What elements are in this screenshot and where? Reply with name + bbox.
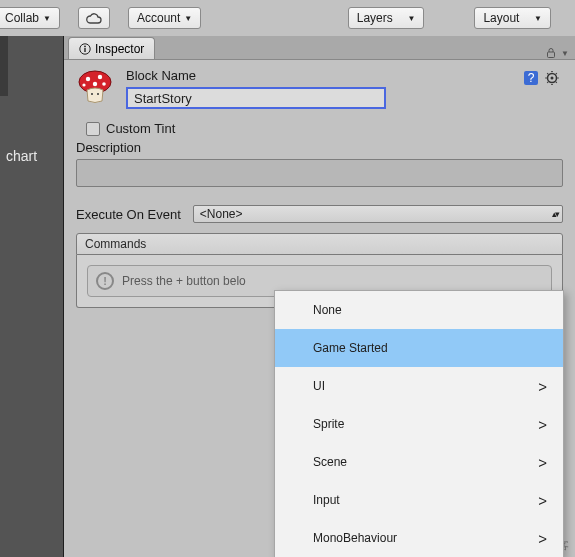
caret-down-icon: ▼ <box>43 14 51 23</box>
dropdown-item-none[interactable]: None <box>275 291 563 329</box>
execute-label: Execute On Event <box>76 207 181 222</box>
tab-menu-icon[interactable]: ▼ <box>561 49 569 58</box>
inspector-body: Block Name ? Custom Tint Description Exe… <box>64 60 575 316</box>
svg-point-6 <box>98 75 102 79</box>
inspector-tab-row: Inspector ▼ <box>64 36 575 60</box>
inspector-tab-label: Inspector <box>95 42 144 56</box>
description-label: Description <box>76 140 563 155</box>
commands-hint: Press the + button belo <box>122 274 246 288</box>
inspector-tab-right: ▼ <box>545 47 575 59</box>
cloud-button[interactable] <box>78 7 110 29</box>
account-button[interactable]: Account▼ <box>128 7 201 29</box>
execute-dropdown-menu: NoneGame StartedUI>Sprite>Scene>Input>Mo… <box>274 290 564 557</box>
dropdown-item-label: UI <box>313 379 325 393</box>
dropdown-item-monobehaviour[interactable]: MonoBehaviour> <box>275 519 563 557</box>
dropdown-item-label: Input <box>313 493 340 507</box>
chevron-right-icon: > <box>538 530 547 547</box>
dropdown-item-scene[interactable]: Scene> <box>275 443 563 481</box>
svg-point-8 <box>102 82 106 86</box>
info-icon <box>79 43 91 55</box>
cloud-icon <box>85 12 103 24</box>
lock-icon[interactable] <box>545 47 557 59</box>
sidebar-rail[interactable] <box>0 36 8 96</box>
dropdown-item-game-started[interactable]: Game Started <box>275 329 563 367</box>
chevron-right-icon: > <box>538 378 547 395</box>
block-name-field: Block Name <box>126 68 386 109</box>
dropdown-item-label: MonoBehaviour <box>313 531 397 545</box>
sidebar: chart <box>0 36 64 557</box>
mushroom-icon <box>76 68 114 106</box>
svg-point-10 <box>91 93 93 95</box>
dropdown-item-label: Scene <box>313 455 347 469</box>
dropdown-item-label: Sprite <box>313 417 344 431</box>
caret-down-icon: ▼ <box>184 14 192 23</box>
dropdown-item-label: Game Started <box>313 341 388 355</box>
svg-point-15 <box>551 77 554 80</box>
layers-button[interactable]: Layers ▼ <box>348 7 425 29</box>
collab-label: Collab <box>5 11 39 25</box>
block-header: Block Name ? <box>76 68 563 109</box>
caret-down-icon: ▼ <box>407 14 415 23</box>
svg-point-9 <box>82 83 85 86</box>
layout-label: Layout <box>483 11 519 25</box>
execute-dropdown-value: <None> <box>200 207 243 221</box>
exclaim-icon: ! <box>96 272 114 290</box>
svg-rect-2 <box>84 48 85 52</box>
custom-tint-checkbox[interactable] <box>86 122 100 136</box>
svg-point-5 <box>86 77 90 81</box>
chevron-right-icon: > <box>538 416 547 433</box>
dropdown-item-input[interactable]: Input> <box>275 481 563 519</box>
help-icon[interactable]: ? <box>523 70 539 86</box>
description-input[interactable] <box>76 159 563 187</box>
caret-down-icon: ▼ <box>534 14 542 23</box>
svg-text:?: ? <box>528 71 535 85</box>
layers-label: Layers <box>357 11 393 25</box>
execute-dropdown[interactable]: <None> ▴▾ <box>193 205 563 223</box>
sidebar-panel-label: chart <box>0 144 63 168</box>
svg-rect-3 <box>548 52 555 58</box>
execute-on-event-row: Execute On Event <None> ▴▾ <box>76 205 563 223</box>
custom-tint-label: Custom Tint <box>106 121 175 136</box>
collab-button[interactable]: Collab▼ <box>0 7 60 29</box>
top-toolbar: Collab▼ Account▼ Layers ▼ Layout ▼ <box>0 0 575 36</box>
commands-header: Commands <box>76 233 563 255</box>
block-name-label: Block Name <box>126 68 386 83</box>
svg-point-11 <box>97 93 99 95</box>
gear-icon[interactable] <box>545 70 561 86</box>
custom-tint-row: Custom Tint <box>86 121 563 136</box>
dropdown-item-ui[interactable]: UI> <box>275 367 563 405</box>
chevron-right-icon: > <box>538 492 547 509</box>
layout-button[interactable]: Layout ▼ <box>474 7 551 29</box>
svg-point-7 <box>93 82 97 86</box>
chevron-right-icon: > <box>538 454 547 471</box>
inspector-tab[interactable]: Inspector <box>68 37 155 59</box>
block-name-input[interactable] <box>126 87 386 109</box>
updown-icon: ▴▾ <box>552 209 558 219</box>
dropdown-item-sprite[interactable]: Sprite> <box>275 405 563 443</box>
svg-point-1 <box>84 45 86 47</box>
account-label: Account <box>137 11 180 25</box>
dropdown-item-label: None <box>313 303 342 317</box>
